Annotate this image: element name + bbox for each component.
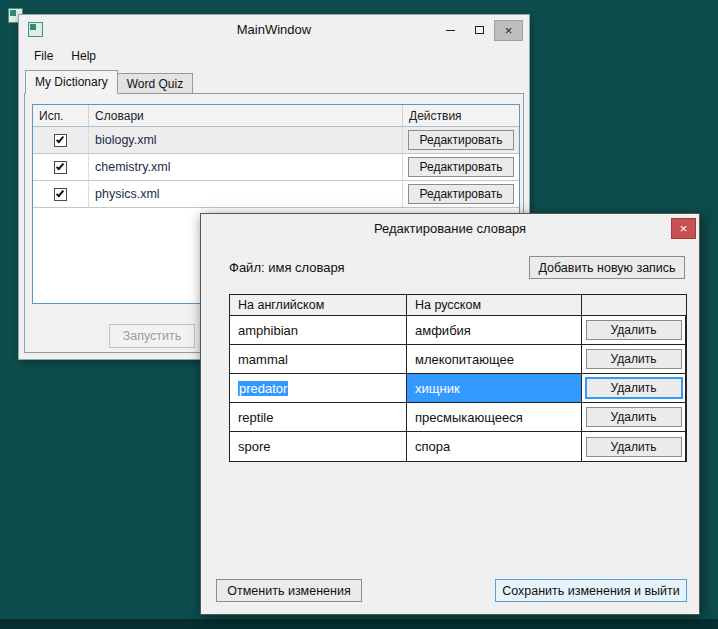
- column-header-russian[interactable]: На русском: [407, 295, 582, 315]
- dictionary-file-name: physics.xml: [89, 181, 403, 207]
- check-icon: [56, 161, 64, 170]
- close-button[interactable]: ×: [494, 20, 523, 41]
- russian-cell[interactable]: амфибия: [407, 316, 582, 344]
- menu-help[interactable]: Help: [62, 47, 105, 65]
- use-cell: [33, 154, 89, 180]
- entries-table: На английском На русском amphibian амфиб…: [229, 294, 687, 462]
- tab-my-dictionary[interactable]: My Dictionary: [25, 70, 118, 94]
- check-icon: [56, 134, 64, 143]
- use-cell: [33, 181, 89, 207]
- checkbox-checked[interactable]: [54, 134, 67, 147]
- check-icon: [56, 188, 64, 197]
- table-row-selected[interactable]: predator хищник Удалить: [230, 374, 686, 403]
- selected-text: predator: [238, 381, 288, 396]
- delete-button[interactable]: Удалить: [586, 349, 682, 369]
- delete-button[interactable]: Удалить: [586, 320, 682, 340]
- file-name-label: Файл: имя словаря: [229, 260, 345, 275]
- tab-word-quiz[interactable]: Word Quiz: [117, 73, 193, 94]
- window-controls: ×: [436, 15, 523, 45]
- edit-button[interactable]: Редактировать: [408, 130, 514, 150]
- table-row[interactable]: physics.xml Редактировать: [33, 181, 519, 208]
- menu-bar: File Help: [19, 45, 529, 67]
- english-cell-editor[interactable]: predator: [230, 374, 407, 402]
- column-header-actions[interactable]: Действия: [403, 105, 519, 126]
- delete-button[interactable]: Удалить: [586, 378, 682, 398]
- tab-bar: My Dictionary Word Quiz: [25, 70, 192, 94]
- english-cell[interactable]: reptile: [230, 403, 407, 431]
- delete-button[interactable]: Удалить: [586, 407, 682, 427]
- delete-button[interactable]: Удалить: [586, 437, 682, 457]
- russian-cell[interactable]: млекопитающее: [407, 345, 582, 373]
- maximize-icon: [475, 26, 484, 34]
- russian-cell[interactable]: спора: [407, 432, 582, 461]
- menu-file[interactable]: File: [25, 47, 62, 65]
- english-cell[interactable]: amphibian: [230, 316, 407, 344]
- english-cell[interactable]: mammal: [230, 345, 407, 373]
- column-header-actions[interactable]: [582, 295, 686, 315]
- main-window-titlebar[interactable]: MainWindow ×: [19, 15, 529, 45]
- edit-button[interactable]: Редактировать: [408, 184, 514, 204]
- table-row[interactable]: mammal млекопитающее Удалить: [230, 345, 686, 374]
- close-icon: ×: [505, 23, 513, 38]
- run-button[interactable]: Запустить: [109, 324, 195, 348]
- table-row[interactable]: amphibian амфибия Удалить: [230, 316, 686, 345]
- cancel-changes-button[interactable]: Отменить изменения: [216, 579, 362, 602]
- table-row[interactable]: spore спора Удалить: [230, 432, 686, 461]
- english-cell[interactable]: spore: [230, 432, 407, 461]
- table-row[interactable]: chemistry.xml Редактировать: [33, 154, 519, 181]
- app-icon: [28, 22, 43, 37]
- table-header-row: Исп. Словари Действия: [33, 105, 519, 127]
- taskbar: [0, 619, 718, 629]
- add-entry-button[interactable]: Добавить новую запись: [529, 256, 685, 279]
- table-header-row: На английском На русском: [230, 295, 686, 316]
- checkbox-checked[interactable]: [54, 188, 67, 201]
- dictionary-file-name: chemistry.xml: [89, 154, 403, 180]
- dialog-title: Редактирование словаря: [201, 214, 699, 244]
- dictionary-file-name: biology.xml: [89, 127, 403, 153]
- column-header-dictionaries[interactable]: Словари: [89, 105, 403, 126]
- edit-button[interactable]: Редактировать: [408, 157, 514, 177]
- checkbox-checked[interactable]: [54, 161, 67, 174]
- table-row[interactable]: reptile пресмыкающееся Удалить: [230, 403, 686, 432]
- dialog-titlebar[interactable]: Редактирование словаря ×: [201, 214, 699, 244]
- column-header-english[interactable]: На английском: [230, 295, 407, 315]
- column-header-use[interactable]: Исп.: [33, 105, 89, 126]
- maximize-button[interactable]: [465, 20, 494, 41]
- minimize-icon: [446, 30, 455, 31]
- minimize-button[interactable]: [436, 20, 465, 41]
- app-icon-glyph: [28, 22, 43, 37]
- table-row[interactable]: biology.xml Редактировать: [33, 127, 519, 154]
- dialog-close-button[interactable]: ×: [671, 218, 696, 239]
- close-icon: ×: [680, 221, 688, 236]
- desktop: MainWindow × File Help My Dictionary Wor…: [0, 0, 718, 629]
- save-and-exit-button[interactable]: Сохранить изменения и выйти: [495, 579, 687, 602]
- russian-cell[interactable]: пресмыкающееся: [407, 403, 582, 431]
- russian-cell[interactable]: хищник: [407, 374, 582, 402]
- use-cell: [33, 127, 89, 153]
- edit-dictionary-dialog: Редактирование словаря × Файл: имя слова…: [200, 213, 700, 615]
